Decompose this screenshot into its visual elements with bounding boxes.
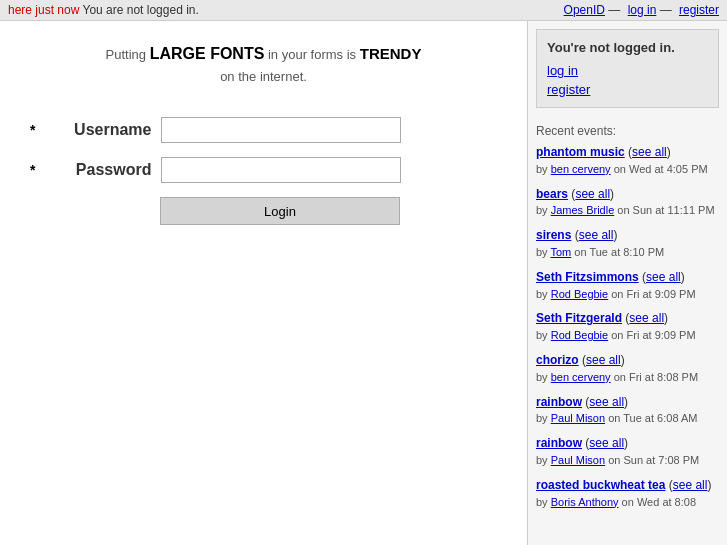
event-by-link[interactable]: ben cerveny	[551, 163, 611, 175]
left-content: Putting LARGE FONTS in your forms is TRE…	[0, 21, 527, 545]
event-item: roasted buckwheat tea (see all)by Boris …	[536, 477, 719, 511]
event-name-link[interactable]: Seth Fitzsimmons	[536, 270, 639, 284]
not-logged-box: You're not logged in. log in register	[536, 29, 719, 108]
events-list: phantom music (see all)by ben cerveny on…	[536, 144, 719, 510]
event-see-all-link[interactable]: see all	[589, 436, 624, 450]
event-by-link[interactable]: Rod Begbie	[551, 329, 609, 341]
topbar-register-link[interactable]: register	[679, 3, 719, 17]
event-name-link[interactable]: chorizo	[536, 353, 579, 367]
event-name-link[interactable]: rainbow	[536, 436, 582, 450]
event-see-all-link[interactable]: see all	[646, 270, 681, 284]
event-by-link[interactable]: Tom	[550, 246, 571, 258]
username-required: *	[30, 122, 35, 138]
tagline-mid: in your forms is	[264, 47, 359, 62]
topbar-highlight: here just now	[8, 3, 79, 17]
event-item: rainbow (see all)by Paul Mison on Tue at…	[536, 394, 719, 428]
right-sidebar: You're not logged in. log in register Re…	[527, 21, 727, 545]
topbar-right: OpenID — log in — register	[560, 3, 719, 17]
event-by-link[interactable]: Rod Begbie	[551, 288, 609, 300]
username-row: * Username	[30, 117, 497, 143]
sidebar-register-link[interactable]: register	[547, 82, 708, 97]
password-row: * Password	[30, 157, 497, 183]
event-see-all-link[interactable]: see all	[673, 478, 708, 492]
event-name-link[interactable]: bears	[536, 187, 568, 201]
tagline-line2: on the internet.	[30, 67, 497, 88]
event-meta: by Paul Mison on Tue at 6:08 AM	[536, 412, 697, 424]
event-by-link[interactable]: ben cerveny	[551, 371, 611, 383]
event-meta: by Rod Begbie on Fri at 9:09 PM	[536, 288, 696, 300]
tagline-prefix: Putting	[106, 47, 150, 62]
topbar-login-link[interactable]: log in	[628, 3, 657, 17]
main-layout: Putting LARGE FONTS in your forms is TRE…	[0, 21, 727, 545]
event-see-all-link[interactable]: see all	[586, 353, 621, 367]
event-item: phantom music (see all)by ben cerveny on…	[536, 144, 719, 178]
username-label: Username	[41, 121, 151, 139]
tagline-line1: Putting LARGE FONTS in your forms is TRE…	[30, 41, 497, 67]
username-input[interactable]	[161, 117, 401, 143]
event-meta: by ben cerveny on Wed at 4:05 PM	[536, 163, 708, 175]
event-name-link[interactable]: Seth Fitzgerald	[536, 311, 622, 325]
event-name-link[interactable]: rainbow	[536, 395, 582, 409]
tagline-large-fonts: LARGE FONTS	[150, 45, 265, 62]
event-by-link[interactable]: Boris Anthony	[551, 496, 619, 508]
event-meta: by Boris Anthony on Wed at 8:08	[536, 496, 696, 508]
event-see-all-link[interactable]: see all	[589, 395, 624, 409]
password-label: Password	[41, 161, 151, 179]
event-item: chorizo (see all)by ben cerveny on Fri a…	[536, 352, 719, 386]
event-meta: by Paul Mison on Sun at 7:08 PM	[536, 454, 699, 466]
event-see-all-link[interactable]: see all	[579, 228, 614, 242]
event-name-link[interactable]: roasted buckwheat tea	[536, 478, 665, 492]
sep2: —	[656, 3, 675, 17]
not-logged-title: You're not logged in.	[547, 40, 708, 55]
openid-link[interactable]: OpenID	[564, 3, 605, 17]
event-by-link[interactable]: Paul Mison	[551, 412, 605, 424]
event-meta: by Tom on Tue at 8:10 PM	[536, 246, 664, 258]
password-input[interactable]	[161, 157, 401, 183]
event-see-all-link[interactable]: see all	[632, 145, 667, 159]
tagline: Putting LARGE FONTS in your forms is TRE…	[30, 41, 497, 87]
sidebar-login-link[interactable]: log in	[547, 63, 708, 78]
event-item: sirens (see all)by Tom on Tue at 8:10 PM	[536, 227, 719, 261]
event-by-link[interactable]: Paul Mison	[551, 454, 605, 466]
event-see-all-link[interactable]: see all	[629, 311, 664, 325]
login-button[interactable]: Login	[160, 197, 400, 225]
topbar-left: here just now You are not logged in.	[8, 3, 199, 17]
topbar: here just now You are not logged in. Ope…	[0, 0, 727, 21]
recent-events-title: Recent events:	[536, 124, 719, 138]
event-item: bears (see all)by James Bridle on Sun at…	[536, 186, 719, 220]
event-by-link[interactable]: James Bridle	[551, 204, 615, 216]
login-form: * Username * Password Login	[30, 117, 497, 225]
event-meta: by ben cerveny on Fri at 8:08 PM	[536, 371, 698, 383]
recent-events: Recent events: phantom music (see all)by…	[528, 116, 727, 526]
event-name-link[interactable]: sirens	[536, 228, 571, 242]
event-meta: by Rod Begbie on Fri at 9:09 PM	[536, 329, 696, 341]
event-item: Seth Fitzsimmons (see all)by Rod Begbie …	[536, 269, 719, 303]
submit-row: Login	[160, 197, 497, 225]
event-name-link[interactable]: phantom music	[536, 145, 625, 159]
event-meta: by James Bridle on Sun at 11:11 PM	[536, 204, 715, 216]
event-see-all-link[interactable]: see all	[575, 187, 610, 201]
tagline-trendy: TRENDY	[360, 45, 422, 62]
event-item: rainbow (see all)by Paul Mison on Sun at…	[536, 435, 719, 469]
topbar-not-logged: You are not logged in.	[79, 3, 198, 17]
event-item: Seth Fitzgerald (see all)by Rod Begbie o…	[536, 310, 719, 344]
password-required: *	[30, 162, 35, 178]
sep1: —	[605, 3, 624, 17]
